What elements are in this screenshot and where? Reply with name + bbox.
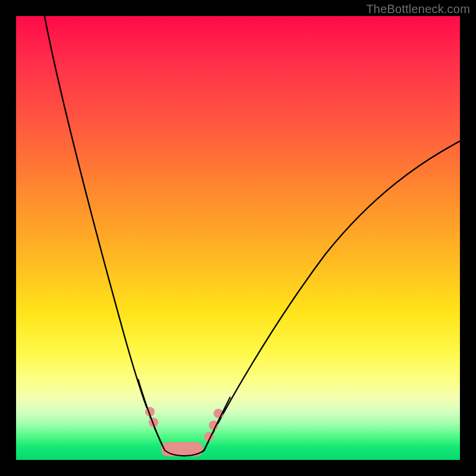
curve-overlay-right: [204, 397, 230, 450]
plot-area: [16, 16, 460, 460]
chart-frame: TheBottleneck.com: [0, 0, 476, 476]
watermark-text: TheBottleneck.com: [366, 2, 470, 16]
curve-right-branch: [204, 140, 460, 450]
curve-left-branch: [43, 16, 165, 450]
bottleneck-curve: [16, 16, 460, 460]
marker-right-2: [209, 421, 218, 430]
